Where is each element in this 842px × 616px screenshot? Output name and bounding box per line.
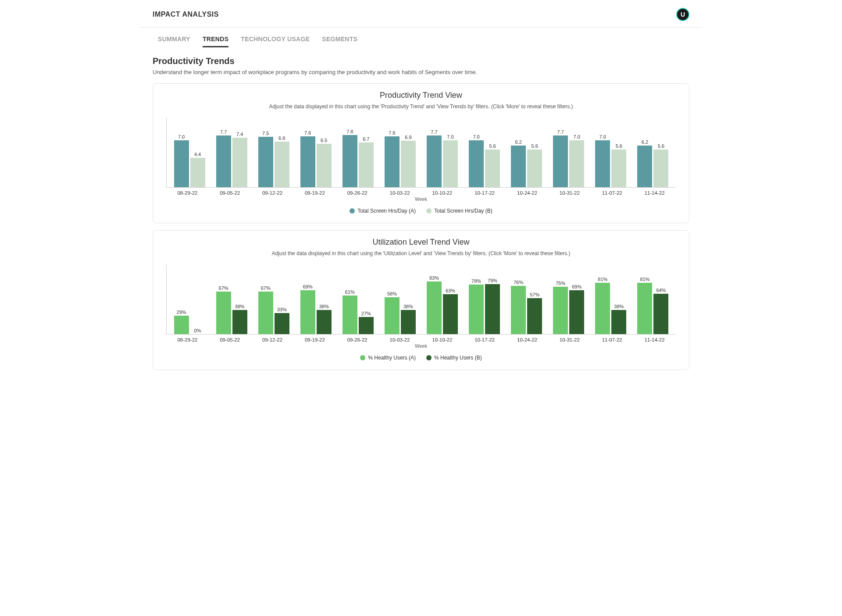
bar-group: 81%38% — [590, 264, 632, 334]
bar-series-a — [174, 140, 189, 187]
bar-value-label: 6.2 — [515, 139, 522, 145]
bar-group: 7.66.5 — [295, 118, 337, 187]
bar-series-a — [258, 137, 273, 187]
bar-series-b — [275, 142, 289, 187]
bar-value-label: 67% — [261, 285, 271, 291]
x-tick-label: 11-14-22 — [633, 337, 676, 342]
x-tick-label: 10-10-22 — [421, 190, 464, 196]
bar-value-label: 7.0 — [447, 134, 453, 139]
user-avatar[interactable]: U — [676, 8, 689, 21]
x-tick-label: 09-05-22 — [209, 190, 251, 196]
bar-group: 7.77.0 — [421, 118, 463, 187]
bar-series-a — [427, 135, 442, 187]
bar-series-a — [174, 316, 189, 334]
x-tick-label: 10-03-22 — [378, 337, 421, 342]
bar-value-label: 6.2 — [642, 139, 648, 145]
bar-group: 29%0% — [168, 264, 210, 334]
x-tick-label: 09-26-22 — [336, 190, 378, 196]
bar-series-a — [553, 287, 568, 334]
bar-group: 6.25.6 — [506, 118, 548, 187]
bar-series-a — [469, 285, 484, 334]
x-tick-label: 11-07-22 — [591, 190, 633, 196]
bar-value-label: 7.0 — [178, 134, 185, 139]
bar-group: 7.77.0 — [548, 118, 590, 187]
legend-label: % Healthy Users (A) — [368, 355, 416, 361]
bar-value-label: 76% — [514, 280, 523, 285]
chart-x-labels: 08-29-2209-05-2209-12-2209-19-2209-26-22… — [166, 190, 676, 196]
bar-group: 75%69% — [548, 264, 590, 334]
bar-value-label: 5.6 — [532, 143, 538, 149]
bar-series-a — [300, 290, 315, 334]
x-tick-label: 09-12-22 — [251, 337, 294, 342]
page-title: IMPACT ANALYSIS — [153, 11, 219, 18]
x-tick-label: 08-29-22 — [166, 190, 209, 196]
tab-trends[interactable]: TRENDS — [203, 36, 228, 47]
section-subtitle: Understand the longer term impact of wor… — [153, 69, 689, 75]
bar-group: 7.66.9 — [379, 118, 421, 187]
bar-series-b — [485, 150, 500, 187]
bar-value-label: 38% — [319, 304, 329, 309]
bar-value-label: 78% — [471, 278, 481, 284]
bar-series-b — [653, 294, 668, 334]
bar-value-label: 5.6 — [616, 143, 622, 149]
bar-value-label: 58% — [387, 291, 397, 296]
bar-value-label: 7.7 — [557, 129, 564, 135]
bar-group: 7.56.8 — [253, 118, 295, 187]
bar-value-label: 5.6 — [489, 143, 496, 149]
chart-subtitle: Adjust the data displayed in this chart … — [162, 103, 680, 110]
bar-group: 76%57% — [506, 264, 548, 334]
bar-group: 58%38% — [379, 264, 421, 334]
x-tick-label: 10-10-22 — [421, 337, 464, 342]
bar-value-label: 69% — [303, 284, 313, 289]
bar-series-a — [511, 146, 526, 187]
x-tick-label: 10-24-22 — [506, 190, 549, 196]
x-tick-label: 09-05-22 — [209, 337, 251, 342]
legend-item-b: Total Screen Hrs/Day (B) — [426, 208, 492, 214]
legend-swatch — [426, 355, 432, 360]
tab-summary[interactable]: SUMMARY — [158, 36, 190, 47]
bar-series-a — [637, 283, 652, 334]
bar-value-label: 63% — [446, 288, 455, 293]
bar-value-label: 57% — [530, 292, 539, 297]
legend-swatch — [426, 208, 432, 214]
bar-series-a — [469, 140, 484, 187]
bar-value-label: 7.6 — [304, 130, 311, 135]
legend-item-b: % Healthy Users (B) — [426, 355, 482, 361]
bar-value-label: 7.8 — [346, 129, 353, 134]
legend-label: Total Screen Hrs/Day (B) — [434, 208, 492, 214]
legend-item-a: % Healthy Users (A) — [360, 355, 416, 361]
bar-value-label: 6.9 — [405, 135, 411, 140]
x-tick-label: 11-07-22 — [591, 337, 633, 342]
bar-value-label: 61% — [345, 289, 355, 295]
tab-segments[interactable]: SEGMENTS — [322, 36, 357, 47]
bar-value-label: 6.5 — [321, 138, 327, 143]
bar-series-b — [569, 140, 584, 187]
legend-item-a: Total Screen Hrs/Day (A) — [350, 208, 416, 214]
bar-series-b — [527, 298, 542, 334]
bar-group: 6.25.6 — [632, 118, 674, 187]
bar-series-b — [401, 310, 416, 334]
chart-legend: % Healthy Users (A) % Healthy Users (B) — [162, 355, 680, 361]
x-tick-label: 09-19-22 — [293, 337, 336, 342]
bar-group: 81%64% — [632, 264, 674, 334]
bar-group: 83%63% — [421, 264, 463, 334]
legend-label: % Healthy Users (B) — [434, 355, 482, 361]
bar-value-label: 5.6 — [658, 143, 664, 149]
x-tick-label: 10-17-22 — [464, 337, 506, 342]
header: IMPACT ANALYSIS U — [140, 0, 702, 28]
bar-series-b — [611, 150, 626, 187]
bar-group: 7.05.6 — [590, 118, 632, 187]
bar-value-label: 38% — [614, 304, 624, 309]
bar-value-label: 75% — [556, 281, 565, 286]
bar-series-b — [232, 138, 247, 187]
tab-bar: SUMMARYTRENDSTECHNOLOGY USAGESEGMENTS — [140, 28, 702, 47]
x-tick-label: 09-26-22 — [336, 337, 378, 342]
avatar-initial: U — [681, 11, 685, 18]
chart-x-labels: 08-29-2209-05-2209-12-2209-19-2209-26-22… — [166, 337, 676, 342]
tab-technology-usage[interactable]: TECHNOLOGY USAGE — [241, 36, 310, 47]
x-tick-label: 10-03-22 — [378, 190, 421, 196]
bar-value-label: 7.0 — [473, 134, 479, 139]
bar-value-label: 7.7 — [220, 129, 227, 135]
x-tick-label: 11-14-22 — [633, 190, 676, 196]
bar-series-b — [401, 141, 416, 187]
